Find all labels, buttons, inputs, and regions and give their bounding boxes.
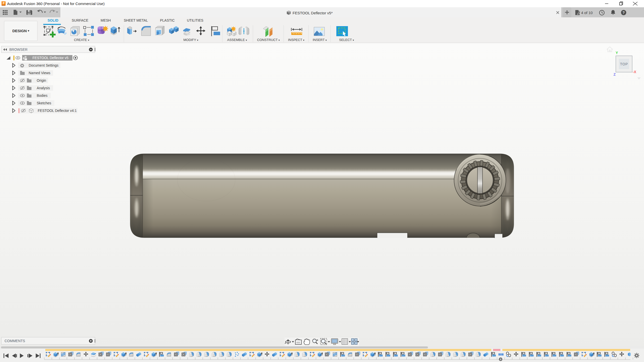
svg-text:TOP: TOP	[620, 62, 628, 66]
svg-text:F: F	[3, 1, 5, 5]
svg-text:Y: Y	[616, 51, 618, 55]
svg-text:Z: Z	[614, 72, 616, 76]
svg-text:?: ?	[623, 11, 625, 15]
svg-text:-X: -X	[633, 70, 636, 74]
